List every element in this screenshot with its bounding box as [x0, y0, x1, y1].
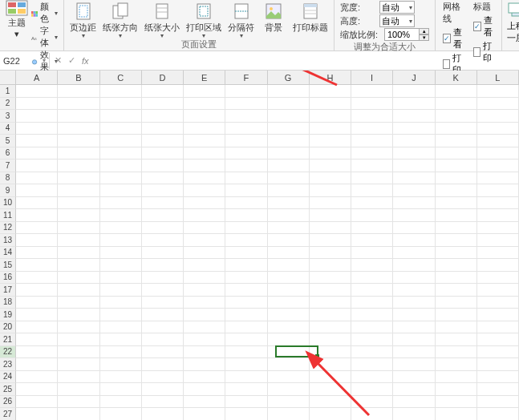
headings-view-checkbox[interactable]: ✓查看: [473, 14, 494, 38]
cell[interactable]: [477, 297, 519, 309]
cell[interactable]: [310, 110, 351, 123]
cell[interactable]: [100, 371, 142, 384]
theme-fonts-button[interactable]: Aa 字体▾: [31, 25, 58, 49]
row-header[interactable]: 12: [0, 222, 16, 235]
column-header[interactable]: I: [351, 71, 393, 85]
cell[interactable]: [16, 234, 58, 247]
column-header[interactable]: H: [310, 71, 351, 85]
cell[interactable]: [225, 309, 267, 321]
cell[interactable]: [100, 259, 142, 272]
cell[interactable]: [225, 85, 267, 98]
cell[interactable]: [436, 284, 477, 297]
cell[interactable]: [351, 408, 393, 420]
row-header[interactable]: 3: [0, 110, 16, 123]
cell[interactable]: [184, 135, 225, 147]
cell[interactable]: [351, 383, 393, 396]
cell[interactable]: [393, 160, 435, 172]
cell[interactable]: [142, 371, 184, 384]
cell[interactable]: [100, 333, 142, 346]
cell[interactable]: [16, 346, 58, 359]
cell[interactable]: [436, 272, 477, 285]
name-box[interactable]: G22 ▾: [0, 53, 50, 69]
cell[interactable]: [100, 160, 142, 172]
cell[interactable]: [310, 160, 351, 172]
cell[interactable]: [436, 346, 477, 359]
cell[interactable]: [351, 309, 393, 321]
cell[interactable]: [268, 272, 310, 285]
cell[interactable]: [477, 259, 519, 272]
cell[interactable]: [351, 297, 393, 309]
cell[interactable]: [16, 309, 58, 321]
cell[interactable]: [100, 408, 142, 420]
cell[interactable]: [477, 209, 519, 222]
cell[interactable]: [393, 85, 435, 98]
cell[interactable]: [268, 147, 310, 160]
cell[interactable]: [310, 98, 351, 111]
cell[interactable]: [393, 123, 435, 135]
cell[interactable]: [436, 123, 477, 135]
cell[interactable]: [436, 259, 477, 272]
cell[interactable]: [58, 272, 99, 285]
cell[interactable]: [310, 222, 351, 235]
cell[interactable]: [351, 396, 393, 409]
cell[interactable]: [477, 333, 519, 346]
column-header[interactable]: E: [184, 71, 225, 85]
cell[interactable]: [184, 272, 225, 285]
cell[interactable]: [268, 209, 310, 222]
cell[interactable]: [142, 396, 184, 409]
row-header[interactable]: 7: [0, 160, 16, 172]
cell[interactable]: [142, 408, 184, 420]
cell[interactable]: [58, 110, 99, 123]
cell[interactable]: [184, 297, 225, 309]
cell[interactable]: [310, 297, 351, 309]
cell[interactable]: [351, 371, 393, 384]
cell[interactable]: [351, 184, 393, 197]
row-header[interactable]: 13: [0, 234, 16, 247]
cell[interactable]: [225, 135, 267, 147]
cell[interactable]: [268, 184, 310, 197]
cell[interactable]: [351, 259, 393, 272]
cell[interactable]: [268, 135, 310, 147]
cell[interactable]: [351, 98, 393, 111]
cell[interactable]: [142, 85, 184, 98]
cell[interactable]: [268, 297, 310, 309]
cell[interactable]: [393, 272, 435, 285]
cell[interactable]: [184, 147, 225, 160]
print-titles-button[interactable]: 打印标题: [290, 0, 331, 34]
cell[interactable]: [225, 396, 267, 409]
cell[interactable]: [16, 110, 58, 123]
cells-area[interactable]: [16, 85, 519, 420]
cell[interactable]: [351, 135, 393, 147]
cell[interactable]: [393, 383, 435, 396]
cell[interactable]: [16, 147, 58, 160]
cell[interactable]: [310, 309, 351, 321]
column-header[interactable]: K: [436, 71, 477, 85]
row-header[interactable]: 4: [0, 123, 16, 135]
cell[interactable]: [184, 160, 225, 172]
cell[interactable]: [58, 98, 99, 111]
cell[interactable]: [310, 172, 351, 185]
cell[interactable]: [436, 85, 477, 98]
cell[interactable]: [100, 85, 142, 98]
cell[interactable]: [477, 247, 519, 260]
cell[interactable]: [100, 110, 142, 123]
cell[interactable]: [477, 85, 519, 98]
cell[interactable]: [16, 259, 58, 272]
cell[interactable]: [184, 333, 225, 346]
cell[interactable]: [225, 184, 267, 197]
cell[interactable]: [58, 408, 99, 420]
cell[interactable]: [225, 284, 267, 297]
cell[interactable]: [477, 222, 519, 235]
cell[interactable]: [184, 346, 225, 359]
cell[interactable]: [268, 160, 310, 172]
row-header[interactable]: 11: [0, 209, 16, 222]
cell[interactable]: [225, 222, 267, 235]
cell[interactable]: [16, 197, 58, 210]
cell[interactable]: [58, 333, 99, 346]
cell[interactable]: [268, 234, 310, 247]
cell[interactable]: [58, 197, 99, 210]
cell[interactable]: [310, 408, 351, 420]
cell[interactable]: [436, 172, 477, 185]
column-header[interactable]: C: [100, 71, 142, 85]
cell[interactable]: [268, 284, 310, 297]
